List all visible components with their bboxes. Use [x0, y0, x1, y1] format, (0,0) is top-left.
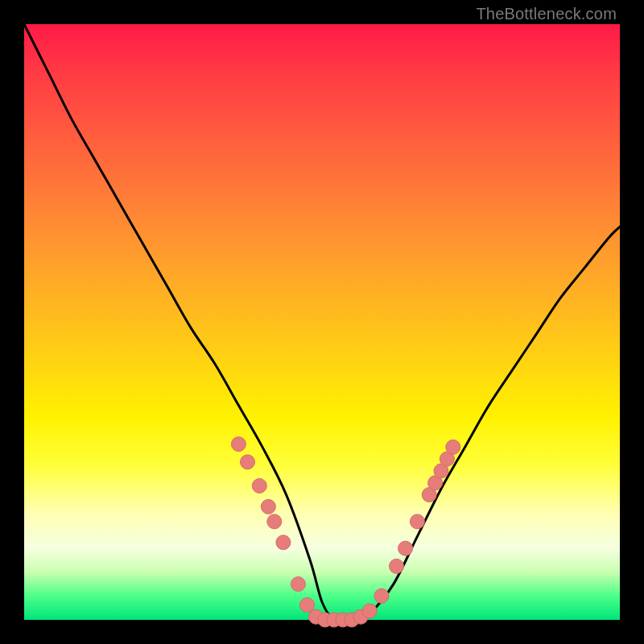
curve-marker — [300, 598, 315, 613]
curve-marker — [267, 514, 282, 529]
curve-marker — [410, 514, 424, 529]
curve-marker — [231, 437, 246, 452]
curve-marker — [362, 604, 377, 618]
plot-area — [24, 24, 620, 620]
curve-marker — [276, 535, 291, 550]
bottleneck-curve-svg — [24, 24, 620, 620]
curve-marker — [241, 455, 255, 469]
chart-frame: TheBottleneck.com — [0, 0, 644, 644]
curve-marker — [446, 440, 460, 454]
watermark-text: TheBottleneck.com — [476, 5, 617, 23]
curve-marker — [390, 559, 404, 573]
curve-marker — [261, 499, 275, 514]
curve-marker — [398, 541, 413, 555]
curve-marker — [252, 479, 266, 493]
bottleneck-curve-path — [24, 24, 620, 621]
curve-marker — [374, 588, 389, 603]
curve-marker — [291, 577, 305, 592]
curve-markers — [231, 437, 460, 627]
